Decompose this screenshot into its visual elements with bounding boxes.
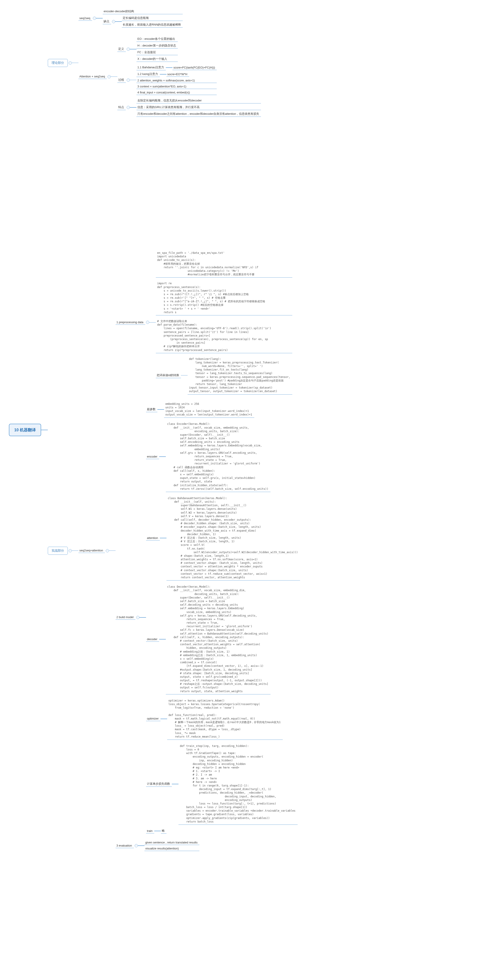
connector [130,80,136,80]
expand-icon[interactable]: − [136,616,140,619]
connector [181,375,187,375]
leaf-node[interactable]: 略 [161,828,167,834]
define-node[interactable]: 定义 [117,46,126,52]
code-block[interactable]: # 文件中把数据读取出来 def parse_data(filename): l… [156,318,292,353]
code-block[interactable]: class Decoder(keras.Model): def __init__… [166,584,271,694]
leaf-node[interactable]: socre=EO*W*H [167,72,189,77]
build-node[interactable]: 2 build model [116,615,135,620]
connector [172,784,179,784]
code-block[interactable]: import re def preprocess_sentence(s): s … [156,281,292,315]
connector [72,550,78,551]
practice-node[interactable]: 实战部分 [48,547,68,555]
theory-label: 理论部分 [52,61,64,65]
code-block[interactable]: optimizer = keras.optimizers.Adam() loss… [167,698,283,740]
leaf-node[interactable]: given sentence , return translated resul… [144,840,199,845]
attention-node[interactable]: Attention + seq2seq [78,74,107,79]
s2s-att-node[interactable]: seq2seq+attention [78,548,105,553]
leaf-node[interactable]: 1.2 luong注意力 [136,72,160,77]
connector [111,76,117,77]
practice-label: 实战部分 [52,549,64,552]
expand-icon[interactable]: − [106,549,109,552]
code-block[interactable]: class BahdanauAttention(keras.Model): de… [167,496,300,581]
leaf-node[interactable]: 4 final_input = concat(context, embed(x)… [136,90,217,95]
leaf-node[interactable]: 定长编码是信息瓶颈 [122,16,183,21]
connector [41,430,48,430]
loss-node[interactable]: 计算单步损失函数 [146,781,172,787]
expand-icon[interactable]: − [146,321,149,324]
connector [140,617,146,618]
attention-code-node[interactable]: attention [146,536,160,541]
leaf-node[interactable]: EO：encoder各个位置的输出 [136,37,178,42]
leaf-node[interactable]: encoder-decoder的结构 [103,9,183,14]
code-block[interactable]: class Encoder(keras.Model): def __init__… [166,421,271,492]
code-block[interactable]: def train_step(inp, targ, encoding_hidde… [179,743,298,825]
optimizer-node[interactable]: optimizer [146,716,160,721]
connector [149,322,156,323]
expand-icon[interactable]: − [69,549,72,552]
mindmap-root-container: 10 机器翻译 理论部分 − seq2seq − encoder-decoder… [9,9,470,851]
theory-node[interactable]: 理论部分 [48,59,68,67]
encoder-node[interactable]: encoder [146,454,159,459]
root-node[interactable]: 10 机器翻译 [9,424,41,436]
connector [160,719,167,719]
expand-icon[interactable]: − [127,78,130,82]
connector [154,831,161,831]
leaf-node[interactable]: 1.1 Bahdanau注意力 [136,65,166,70]
expand-icon[interactable]: − [112,20,115,23]
leaf-node[interactable]: 去除定长编码瓶颈，信息无损从encoder到decoder [136,98,261,103]
connector [160,74,167,75]
connector [166,67,173,68]
connector [159,639,166,640]
connector [115,21,122,22]
expand-icon[interactable]: − [127,48,130,51]
leaf-node[interactable]: 长度越长，前面输入进RNN的信息就越被稀释 [122,22,183,27]
process-node[interactable]: 过程 [117,77,126,83]
connector [130,49,136,49]
connector [138,845,144,846]
leaf-node[interactable]: 2 attention_weights = softmax(score, axi… [136,78,217,83]
connector [157,409,164,410]
feature-node[interactable]: 特点 [117,105,126,110]
expand-icon[interactable]: − [127,106,130,109]
leaf-node[interactable]: 3 context = sum(attention*EO, axis=1) [136,84,217,89]
connector [160,538,167,538]
connector [72,63,78,63]
leaf-node[interactable]: X：decoder的一个输入 [136,57,178,62]
seq2seq-node[interactable]: seq2seq [78,16,92,21]
train-node[interactable]: train [146,829,154,834]
practice-branch: 实战部分 − seq2seq+attention − 1 preprocessi… [48,250,300,851]
defect-node[interactable]: 缺点 [103,19,111,24]
expand-icon[interactable]: − [93,17,96,20]
hyper-node[interactable]: 超参数 [146,407,157,412]
theory-branch: 理论部分 − seq2seq − encoder-decoder的结构 缺点 − [48,9,300,117]
connector [96,18,103,19]
leaf-node[interactable]: FC：全连接层 [136,50,178,55]
leaf-node[interactable]: visualize results(attention) [144,846,199,851]
leaf-node[interactable]: 信息：采用的GRU,计算依然有瓶颈，并行度不高 [136,105,261,110]
connector [109,550,116,551]
code-block[interactable]: def tokenizer(lang): lang_tokenizer = ke… [187,356,292,395]
leaf-node[interactable]: H：decoder第一步的隐含状态 [136,43,178,48]
expand-icon[interactable]: − [108,75,111,78]
connector [130,107,136,108]
decoder-node[interactable]: decoder [146,637,159,642]
code-block[interactable]: en_spa_file_path = './data_spa_en/spa.tx… [156,250,292,278]
leaf-node[interactable]: score=FC(tanh(FC(EO)+FC(H))) [173,65,217,70]
leaf-node[interactable]: 只有encoder和decoder之间有attention，encoder和de… [136,111,261,117]
connector [159,457,166,457]
expand-icon[interactable]: − [135,844,138,847]
root-label: 10 机器翻译 [14,428,36,432]
preprocess-node[interactable]: 1 preprocessing data [116,320,145,325]
expand-icon[interactable]: − [69,61,72,65]
eval-node[interactable]: 3 evaluation [116,843,134,848]
code-block[interactable]: embedding_units = 256 units = 1024 input… [164,401,254,418]
tokenizer-node[interactable]: 把词表做id的转换 [156,373,181,378]
